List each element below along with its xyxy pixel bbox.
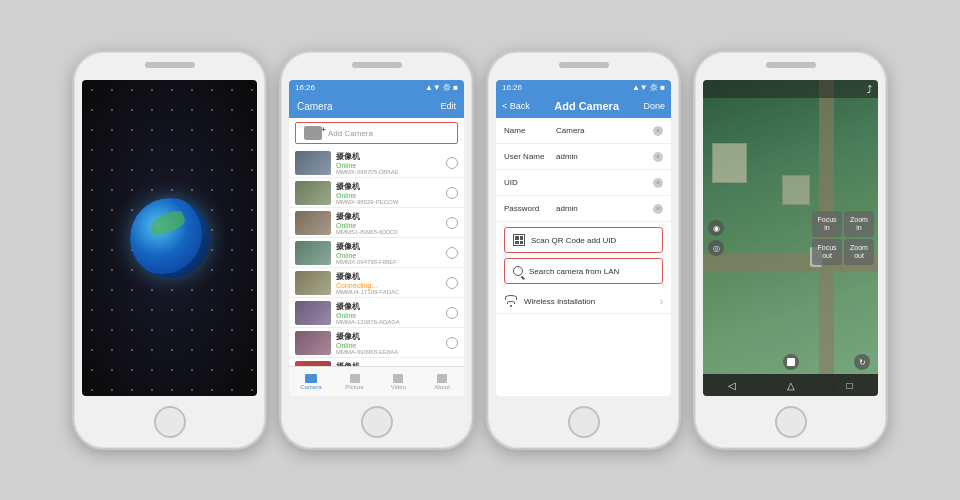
camera-list-nav: Camera Edit: [289, 94, 464, 118]
record-button[interactable]: [783, 354, 799, 370]
camera-item-7[interactable]: 摄像机 Online MMMA-690968-EE8AA: [289, 328, 464, 358]
cam-settings-4[interactable]: [446, 247, 458, 259]
android-back-button[interactable]: ◁: [728, 380, 736, 391]
cam-settings-6[interactable]: [446, 307, 458, 319]
cam-thumb-2: [295, 181, 331, 205]
cam-name-2: 摄像机: [336, 181, 446, 192]
cam-status-6: Online: [336, 312, 446, 319]
cam-info-2: 摄像机 Online MMMX-98629-PECOW: [336, 181, 446, 205]
done-button[interactable]: Done: [643, 101, 665, 111]
password-value[interactable]: admin: [556, 204, 653, 213]
phone-4-screen: ⤴ Focusin Zoomin Focusout Zoomout ◉: [703, 80, 878, 396]
phone-3: 16:26 ▲▼ 奈 ■ < Back Add Camera Done Name…: [486, 50, 681, 450]
tab-picture-label: Picture: [345, 384, 364, 390]
wifi-arc-small: [507, 301, 515, 304]
add-camera-row[interactable]: Add Camera: [295, 122, 458, 144]
cam-uid-1: MMMX-098705-DB8AE: [336, 169, 446, 175]
status-icons: ▲▼ 奈 ■: [425, 82, 458, 93]
cam-info-6: 摄像机 Online MMMA-120876-ADADA: [336, 301, 446, 325]
name-value[interactable]: Camera: [556, 126, 653, 135]
camera-item-4[interactable]: 摄像机 Online MMMX-094798-F88EF: [289, 238, 464, 268]
zoom-in-button[interactable]: Zoomin: [844, 211, 874, 237]
cam-thumb-3: [295, 211, 331, 235]
chevron-right-icon: ›: [660, 296, 663, 307]
ptz-controls-left: ◉ ◎: [708, 220, 724, 256]
username-value[interactable]: admin: [556, 152, 653, 161]
android-home-button[interactable]: △: [787, 380, 795, 391]
record-inner: [787, 358, 795, 366]
ptz-down-icon[interactable]: ◎: [708, 240, 724, 256]
building-1: [712, 143, 747, 183]
focus-in-button[interactable]: Focusin: [812, 211, 842, 237]
tab-video-label: Video: [391, 384, 406, 390]
side-button-left: [693, 132, 695, 156]
camera-item-6[interactable]: 摄像机 Online MMMA-120876-ADADA: [289, 298, 464, 328]
ctrl-row-2: Focusout Zoomout: [812, 239, 874, 265]
wifi-icon: [504, 295, 518, 307]
cam-settings-2[interactable]: [446, 187, 458, 199]
video-tab-icon: [393, 374, 403, 383]
side-button-right: [265, 142, 267, 182]
home-button-3[interactable]: [568, 406, 600, 438]
status-time: 16:26: [295, 83, 315, 92]
splash-background: [82, 80, 257, 396]
ptz-up-icon[interactable]: ◉: [708, 220, 724, 236]
cam-thumb-5: [295, 271, 331, 295]
tab-about[interactable]: About: [420, 374, 464, 390]
phone-2-screen: 16:26 ▲▼ 奈 ■ Camera Edit Add Camera 摄像机 …: [289, 80, 464, 396]
home-button[interactable]: [154, 406, 186, 438]
cam-status-3: Online: [336, 222, 446, 229]
field-password: Password admin ×: [496, 196, 671, 222]
cam-status-4: Online: [336, 252, 446, 259]
cam-settings-5[interactable]: [446, 277, 458, 289]
side-button-left: [72, 132, 74, 156]
cam-name-6: 摄像机: [336, 301, 446, 312]
aerial-view: ⤴ Focusin Zoomin Focusout Zoomout ◉: [703, 80, 878, 396]
cam-info-7: 摄像机 Online MMMA-690968-EE8AA: [336, 331, 446, 355]
cam-thumb-4: [295, 241, 331, 265]
camera-item-3[interactable]: 摄像机 Online MMMS1-89965-60DC0: [289, 208, 464, 238]
camera-item-2[interactable]: 摄像机 Online MMMX-98629-PECOW: [289, 178, 464, 208]
edit-button[interactable]: Edit: [440, 101, 456, 111]
share-icon[interactable]: ⤴: [867, 84, 872, 95]
cam-settings-1[interactable]: [446, 157, 458, 169]
name-clear-icon[interactable]: ×: [653, 126, 663, 136]
cam-status-7: Online: [336, 342, 446, 349]
camera-item-5[interactable]: 摄像机 Connecting... MMMU4-17109-FADAC: [289, 268, 464, 298]
cam-name-5: 摄像机: [336, 271, 446, 282]
tab-video[interactable]: Video: [377, 374, 421, 390]
search-lan-label: Search camera from LAN: [529, 267, 619, 276]
refresh-button[interactable]: ↻: [854, 354, 870, 370]
phone-2: 16:26 ▲▼ 奈 ■ Camera Edit Add Camera 摄像机 …: [279, 50, 474, 450]
android-nav-bar: ◁ △ □: [703, 374, 878, 396]
building-2: [782, 175, 810, 205]
cam-status-2: Online: [336, 192, 446, 199]
wireless-installation-row[interactable]: Wireless Installation ›: [496, 289, 671, 314]
zoom-out-button[interactable]: Zoomout: [844, 239, 874, 265]
camera-item-1[interactable]: 摄像机 Online MMMX-098705-DB8AE: [289, 148, 464, 178]
qr-icon: [513, 234, 525, 246]
uid-clear-icon[interactable]: ×: [653, 178, 663, 188]
password-clear-icon[interactable]: ×: [653, 204, 663, 214]
picture-tab-icon: [350, 374, 360, 383]
side-button-right: [679, 142, 681, 182]
home-button[interactable]: [361, 406, 393, 438]
qr-cell-1: [515, 236, 519, 240]
cam-settings-3[interactable]: [446, 217, 458, 229]
bottom-tabs: Camera Picture Video About: [289, 366, 464, 396]
username-clear-icon[interactable]: ×: [653, 152, 663, 162]
focus-out-button[interactable]: Focusout: [812, 239, 842, 265]
search-lan-button[interactable]: Search camera from LAN: [504, 258, 663, 284]
back-button[interactable]: < Back: [502, 101, 530, 111]
tab-picture[interactable]: Picture: [333, 374, 377, 390]
status-bar-3: 16:26 ▲▼ 奈 ■: [496, 80, 671, 94]
side-button-left: [486, 132, 488, 156]
wifi-arc-large: [505, 295, 517, 300]
cam-name-3: 摄像机: [336, 211, 446, 222]
home-button-4[interactable]: [775, 406, 807, 438]
scan-qr-button[interactable]: Scan QR Code add UID: [504, 227, 663, 253]
tab-camera[interactable]: Camera: [289, 374, 333, 390]
cam-settings-7[interactable]: [446, 337, 458, 349]
camera-list: 摄像机 Online MMMX-098705-DB8AE 摄像机 Online …: [289, 148, 464, 388]
android-square-button[interactable]: □: [846, 380, 852, 391]
